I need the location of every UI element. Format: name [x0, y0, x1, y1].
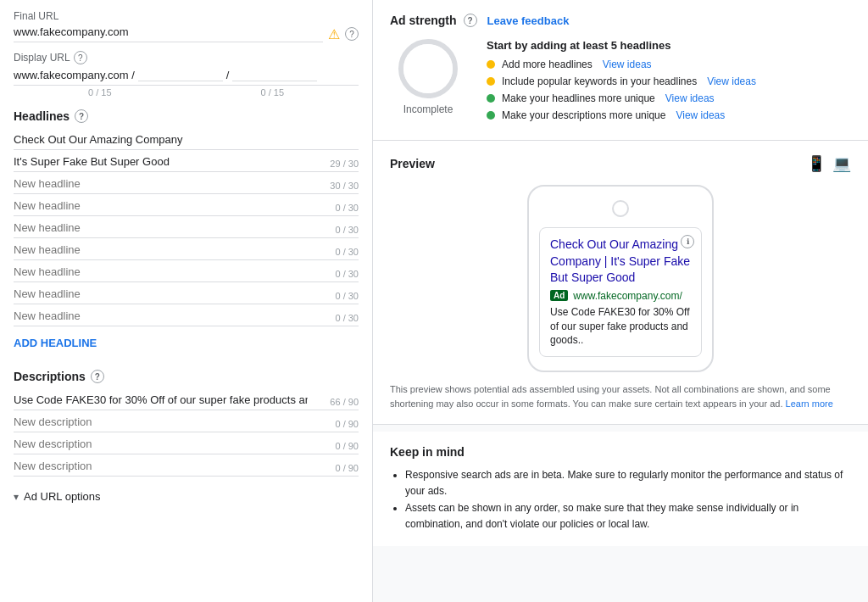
tip-link-2[interactable]: View ideas	[665, 92, 715, 104]
final-url-help-icon[interactable]: ?	[345, 27, 359, 41]
description-count-2: 0 / 90	[335, 441, 359, 451]
strength-tip-title: Start by adding at least 5 headlines	[487, 39, 851, 52]
headline-field-8: 0 / 30	[14, 306, 359, 326]
headline-count-6: 0 / 30	[335, 269, 359, 279]
tip-dot-1	[487, 77, 495, 86]
description-input-1[interactable]	[14, 412, 359, 432]
preview-title: Preview	[390, 157, 435, 170]
tip-item-0: Add more headlines View ideas	[487, 59, 851, 70]
keep-in-mind-item-0: Responsive search ads are in beta. Make …	[405, 467, 851, 499]
warning-icon: ⚠	[328, 26, 340, 42]
ad-url-options[interactable]: ▾ Ad URL options	[14, 490, 359, 503]
headline-input-8[interactable]	[14, 306, 359, 326]
phone-notch	[612, 200, 629, 217]
headline-count-8: 0 / 30	[335, 313, 359, 323]
descriptions-list: 66 / 90 0 / 90 0 / 90 0 / 90	[14, 390, 359, 477]
ad-card-url: www.fakecompany.com/	[573, 290, 682, 302]
final-url-row: www.fakecompany.com ⚠ ?	[14, 25, 359, 42]
strength-circle-wrap: Incomplete	[390, 39, 466, 115]
headline-field-7: 0 / 30	[14, 284, 359, 304]
preview-section: Preview 📱 💻 ℹ Check Out Our Amazing Comp…	[373, 141, 868, 425]
ad-card-headline: Check Out Our Amazing Company | It's Sup…	[550, 237, 691, 287]
left-panel: Final URL www.fakecompany.com ⚠ ? Displa…	[0, 0, 373, 602]
description-input-0[interactable]	[14, 390, 359, 410]
final-url-value: www.fakecompany.com	[14, 25, 323, 42]
final-url-label: Final URL	[14, 10, 359, 22]
desktop-device-icon[interactable]: 💻	[832, 154, 851, 173]
tip-link-0[interactable]: View ideas	[603, 59, 652, 70]
description-input-3[interactable]	[14, 456, 359, 477]
right-panel: Ad strength ? Leave feedback Incomplete …	[373, 0, 868, 602]
display-url-help-icon[interactable]: ?	[74, 51, 87, 64]
headline-count-7: 0 / 30	[335, 291, 359, 301]
phone-mockup: ℹ Check Out Our Amazing Company | It's S…	[527, 185, 714, 372]
headline-input-3[interactable]	[14, 196, 359, 216]
headline-input-2[interactable]	[14, 174, 359, 194]
display-url-label: Display URL ?	[14, 51, 359, 64]
ad-strength-section: Ad strength ? Leave feedback Incomplete …	[373, 0, 868, 141]
display-url-char-counts: 0 / 15 0 / 15	[14, 87, 359, 98]
headline-field-3: 0 / 30	[14, 196, 359, 216]
description-input-2[interactable]	[14, 434, 359, 454]
headline-count-2: 30 / 30	[330, 181, 359, 191]
keep-in-mind-item-1: Assets can be shown in any order, so mak…	[405, 500, 851, 532]
tip-item-3: Make your descriptions more unique View …	[487, 109, 851, 121]
add-headline-button[interactable]: ADD HEADLINE	[14, 337, 97, 349]
strength-circle	[398, 39, 458, 98]
description-field-2: 0 / 90	[14, 434, 359, 454]
leave-feedback-link[interactable]: Leave feedback	[487, 14, 570, 27]
ad-strength-title: Ad strength	[390, 14, 457, 27]
ad-card-description: Use Code FAKE30 for 30% Off of our super…	[550, 305, 691, 348]
description-field-3: 0 / 90	[14, 456, 359, 477]
description-count-3: 0 / 90	[335, 463, 359, 473]
ad-url-options-label: Ad URL options	[24, 490, 101, 503]
description-field-1: 0 / 90	[14, 412, 359, 432]
strength-status-label: Incomplete	[403, 103, 453, 115]
tip-dot-0	[487, 60, 495, 69]
tip-dot-3	[487, 111, 495, 120]
display-url-group: Display URL ? www.fakecompany.com / / 0 …	[14, 51, 359, 98]
headline-input-5[interactable]	[14, 240, 359, 260]
strength-tips: Start by adding at least 5 headlines Add…	[487, 39, 851, 126]
headline-input-0[interactable]	[14, 130, 359, 150]
descriptions-help-icon[interactable]: ?	[91, 370, 104, 383]
display-url-path1[interactable]	[138, 68, 223, 81]
display-url-separator: /	[226, 69, 230, 81]
headline-count-4: 0 / 30	[335, 225, 359, 235]
ad-info-icon: ℹ	[681, 235, 694, 248]
tip-item-2: Make your headlines more unique View ide…	[487, 92, 851, 104]
ad-strength-help-icon[interactable]: ?	[464, 14, 477, 27]
tip-dot-2	[487, 94, 495, 103]
display-url-row: www.fakecompany.com / /	[14, 68, 359, 86]
tip-text-1: Include popular keywords in your headlin…	[502, 75, 697, 87]
keep-in-mind-section: Keep in mind Responsive search ads are i…	[373, 432, 868, 546]
chevron-icon: ▾	[14, 491, 19, 503]
preview-header: Preview 📱 💻	[390, 154, 851, 173]
display-url-path2[interactable]	[232, 68, 317, 81]
headline-input-1[interactable]	[14, 152, 359, 172]
keep-in-mind-list: Responsive search ads are in beta. Make …	[390, 467, 851, 532]
final-url-group: Final URL www.fakecompany.com ⚠ ?	[14, 10, 359, 42]
headline-input-7[interactable]	[14, 284, 359, 304]
tip-link-1[interactable]: View ideas	[707, 75, 756, 87]
headline-input-4[interactable]	[14, 218, 359, 238]
tip-item-1: Include popular keywords in your headlin…	[487, 75, 851, 87]
headline-count-5: 0 / 30	[335, 247, 359, 257]
description-field-0: 66 / 90	[14, 390, 359, 410]
descriptions-section-title: Descriptions ?	[14, 370, 359, 383]
headline-field-2: 30 / 30	[14, 174, 359, 194]
ad-strength-content: Incomplete Start by adding at least 5 he…	[390, 39, 851, 126]
headline-field-6: 0 / 30	[14, 262, 359, 282]
display-url-base: www.fakecompany.com /	[14, 69, 135, 81]
ad-badge: Ad	[550, 290, 568, 301]
mobile-device-icon[interactable]: 📱	[807, 154, 826, 173]
headline-input-6[interactable]	[14, 262, 359, 282]
headlines-help-icon[interactable]: ?	[75, 109, 88, 123]
strength-circle-inner	[403, 44, 453, 93]
learn-more-link[interactable]: Learn more	[786, 399, 833, 409]
headline-field-0	[14, 130, 359, 150]
ad-badge-row: Ad www.fakecompany.com/	[550, 290, 691, 302]
headline-field-4: 0 / 30	[14, 218, 359, 238]
tip-link-3[interactable]: View ideas	[676, 109, 725, 121]
ad-card: ℹ Check Out Our Amazing Company | It's S…	[539, 227, 702, 357]
